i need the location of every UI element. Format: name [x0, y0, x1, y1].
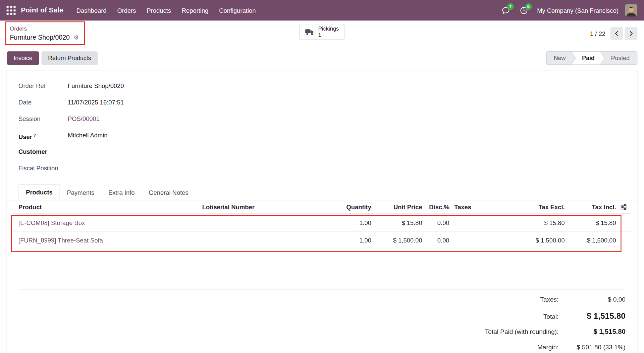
discount-cell[interactable]: 0.00	[422, 214, 449, 231]
lot-serial-cell[interactable]	[161, 231, 296, 249]
field-value-customer[interactable]	[68, 148, 117, 156]
field-session: Session POS/00001	[18, 115, 626, 131]
field-label-user-text: User	[18, 133, 32, 140]
row-end-spacer	[616, 214, 631, 231]
gear-icon[interactable]: ⚙	[73, 34, 79, 40]
menu-item-orders[interactable]: Orders	[113, 4, 140, 16]
field-customer: Customer	[18, 148, 626, 164]
total-label: Margin:	[537, 343, 558, 351]
pager-next-button[interactable]	[625, 27, 637, 40]
topbar-right: 7 5 My Company (San Francisco)	[498, 3, 637, 18]
quantity-cell[interactable]: 1.00	[296, 231, 371, 249]
pager-previous-button[interactable]	[610, 27, 623, 40]
product-name-cell[interactable]: [FURN_8999] Three-Seat Sofa	[13, 231, 161, 249]
status-new[interactable]: New	[547, 52, 576, 64]
unit-price-cell[interactable]: $ 1,500.00	[371, 231, 422, 249]
activities-button[interactable]: 5	[517, 3, 531, 18]
discount-cell[interactable]: 0.00	[422, 231, 449, 249]
field-label-order-ref: Order Ref	[18, 82, 68, 90]
field-value-fiscal-position[interactable]	[68, 164, 117, 172]
product-row-three-seat-sofa[interactable]: [FURN_8999] Three-Seat Sofa 1.00 $ 1,500…	[13, 231, 631, 249]
product-row-storage-box[interactable]: [E-COM08] Storage Box 1.00 $ 15.80 0.00 …	[13, 214, 631, 232]
field-fiscal-position: Fiscal Position	[18, 164, 626, 181]
field-label-date: Date	[18, 98, 68, 106]
col-header-unit-price[interactable]: Unit Price	[371, 200, 422, 213]
row-end-spacer	[616, 231, 631, 249]
status-posted[interactable]: Posted	[600, 52, 637, 64]
messages-badge: 7	[507, 3, 514, 10]
help-icon[interactable]: ?	[34, 132, 36, 137]
pos-order-page: Point of Sale Dashboard Orders Products …	[0, 0, 644, 353]
field-value-user[interactable]: Mitchell Admin	[68, 131, 117, 139]
taxes-cell[interactable]	[449, 231, 506, 249]
tax-excl-cell[interactable]: $ 15.80	[505, 214, 565, 231]
pager: 1 / 22	[590, 27, 637, 40]
total-label: Total:	[543, 313, 558, 320]
activities-badge: 5	[525, 3, 532, 10]
tab-products[interactable]: Products	[18, 184, 60, 201]
apps-grid-icon[interactable]	[7, 6, 16, 15]
field-value-order-ref[interactable]: Furniture Shop/0020	[68, 82, 124, 90]
breadcrumb-current: Furniture Shop/0020 ⚙	[10, 33, 79, 41]
tab-general-notes[interactable]: General Notes	[142, 185, 195, 200]
lot-serial-cell[interactable]	[161, 214, 296, 231]
truck-icon	[305, 28, 315, 36]
action-bar: Invoice Return Products New Paid Posted	[0, 46, 644, 70]
total-row-total-paid: Total Paid (with rounding): $ 1,515.80	[485, 324, 626, 340]
unit-price-cell[interactable]: $ 15.80	[371, 214, 422, 231]
total-value: $ 0.00	[558, 296, 626, 303]
menu-item-reporting[interactable]: Reporting	[177, 4, 212, 16]
col-header-tax-incl[interactable]: Tax Incl.	[565, 200, 616, 213]
messages-button[interactable]: 7	[498, 3, 513, 18]
form-fields: Order Ref Furniture Shop/0020 Date 11/07…	[7, 70, 637, 180]
order-form-sheet: Order Ref Furniture Shop/0020 Date 11/07…	[7, 70, 638, 353]
quantity-cell[interactable]: 1.00	[296, 214, 371, 231]
optional-columns-button[interactable]	[616, 201, 631, 213]
total-label: Taxes:	[540, 296, 558, 303]
col-header-tax-excl[interactable]: Tax Excl.	[505, 200, 565, 213]
company-switcher[interactable]: My Company (San Francisco)	[537, 7, 619, 14]
app-name[interactable]: Point of Sale	[21, 6, 63, 14]
field-label-fiscal-position: Fiscal Position	[18, 164, 68, 172]
total-row-margin: Margin: $ 501.80 (33.1%)	[537, 340, 626, 353]
pickings-button[interactable]: Pickings 1	[299, 24, 344, 40]
total-label: Total Paid (with rounding):	[485, 328, 558, 336]
tab-extra-info[interactable]: Extra Info	[101, 185, 142, 200]
field-date: Date 11/07/2025 16:07:51	[18, 98, 626, 115]
record-title: Furniture Shop/0020	[10, 33, 70, 41]
total-row-taxes: Taxes: $ 0.00	[540, 292, 625, 308]
status-bar: New Paid Posted	[546, 51, 638, 64]
menu-item-dashboard[interactable]: Dashboard	[72, 4, 110, 16]
field-value-session-link[interactable]: POS/00001	[68, 115, 117, 123]
col-header-lot-serial[interactable]: Lot/serial Number	[161, 200, 296, 213]
col-header-product[interactable]: Product	[13, 200, 161, 213]
pickings-label: Pickings	[318, 26, 339, 32]
col-header-quantity[interactable]: Quantity	[296, 200, 371, 213]
pager-buttons	[610, 27, 638, 40]
tax-excl-cell[interactable]: $ 1,500.00	[505, 231, 565, 249]
col-header-discount[interactable]: Disc.%	[422, 200, 449, 213]
field-user: User? Mitchell Admin	[18, 131, 626, 148]
breadcrumb: Orders Furniture Shop/0020 ⚙	[7, 25, 79, 41]
totals-separator	[18, 290, 626, 290]
breadcrumb-orders-link[interactable]: Orders	[10, 25, 79, 32]
return-products-button[interactable]: Return Products	[42, 51, 98, 64]
total-value: $ 501.80 (33.1%)	[558, 343, 626, 351]
taxes-cell[interactable]	[449, 214, 506, 231]
menu-item-configuration[interactable]: Configuration	[215, 4, 260, 16]
col-header-taxes[interactable]: Taxes	[449, 200, 506, 213]
notebook-tabs: Products Payments Extra Info General Not…	[7, 184, 637, 200]
field-label-session: Session	[18, 115, 68, 123]
user-avatar[interactable]	[625, 4, 638, 16]
menu-item-products[interactable]: Products	[143, 4, 175, 16]
chevron-right-icon	[628, 30, 634, 36]
status-paid[interactable]: Paid	[572, 52, 605, 64]
tab-payments[interactable]: Payments	[60, 185, 101, 200]
invoice-button[interactable]: Invoice	[7, 51, 39, 64]
field-label-user: User?	[18, 131, 68, 141]
tax-incl-cell[interactable]: $ 1,500.00	[565, 231, 616, 249]
tax-incl-cell[interactable]: $ 15.80	[565, 214, 616, 231]
products-table-header: Product Lot/serial Number Quantity Unit …	[13, 200, 631, 214]
field-value-date[interactable]: 11/07/2025 16:07:51	[68, 98, 124, 106]
product-name-cell[interactable]: [E-COM08] Storage Box	[13, 214, 161, 231]
